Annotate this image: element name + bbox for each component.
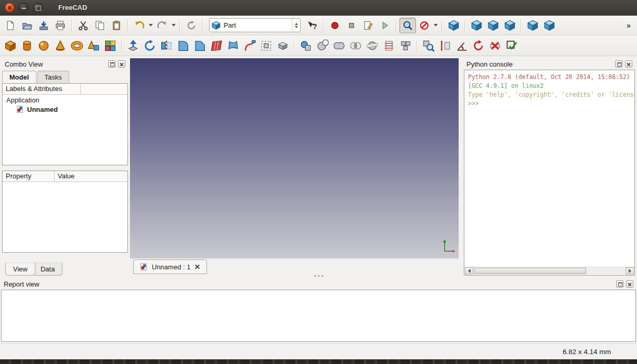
- window-title: FreeCAD: [58, 4, 87, 11]
- part-mirror-button[interactable]: [158, 38, 175, 54]
- new-document-button[interactable]: [2, 18, 19, 33]
- scrollbar-thumb[interactable]: [474, 268, 586, 274]
- horizontal-scrollbar[interactable]: [465, 267, 634, 275]
- part-section-button[interactable]: [364, 38, 381, 54]
- fit-all-button[interactable]: [399, 18, 416, 33]
- part-revolve-button[interactable]: [141, 38, 158, 54]
- print-button[interactable]: [52, 18, 69, 33]
- workbench-selector-spinner[interactable]: [292, 19, 298, 32]
- part-shapebuilder-button[interactable]: [102, 38, 119, 54]
- window-minimize-button[interactable]: [19, 3, 29, 12]
- part-measure-refresh-button[interactable]: [470, 38, 487, 54]
- title-bar[interactable]: FreeCAD: [0, 0, 637, 16]
- tab-tasks[interactable]: Tasks: [37, 71, 69, 83]
- undo-button[interactable]: [131, 18, 148, 33]
- part-torus-button[interactable]: [69, 38, 85, 54]
- report-view-splitter-handle[interactable]: [314, 275, 323, 277]
- report-view-close-button[interactable]: [626, 280, 633, 288]
- toolbar-overflow-button[interactable]: »: [625, 21, 635, 30]
- model-tree[interactable]: Labels & Attributes Application Unnamed: [2, 83, 128, 165]
- redo-dropdown-arrow[interactable]: [171, 18, 177, 33]
- paste-button[interactable]: [108, 18, 125, 33]
- tree-column-header: Labels & Attributes: [3, 84, 127, 95]
- part-box-button[interactable]: [2, 38, 19, 54]
- save-document-button[interactable]: [35, 18, 52, 33]
- part-measure-angular-button[interactable]: [453, 38, 470, 54]
- python-console-close-button[interactable]: [625, 60, 632, 68]
- redo-button[interactable]: [154, 18, 171, 33]
- scroll-left-button[interactable]: [465, 267, 473, 275]
- part-primitives-button[interactable]: [85, 38, 102, 54]
- part-union-button[interactable]: [331, 38, 347, 54]
- undo-dropdown-arrow[interactable]: [148, 18, 154, 33]
- view-right-button[interactable]: [501, 18, 518, 33]
- report-view-header[interactable]: Report view: [0, 278, 637, 290]
- console-line: Python 2.7.8 (default, Oct 20 2014, 15:0…: [468, 73, 631, 82]
- part-offset-button[interactable]: [258, 38, 275, 54]
- part-cut-button[interactable]: [314, 38, 331, 54]
- scroll-right-button[interactable]: [626, 267, 634, 275]
- part-compound-button[interactable]: [397, 38, 414, 54]
- part-common-button[interactable]: [347, 38, 364, 54]
- macro-edit-button[interactable]: [360, 18, 376, 33]
- window-maximize-button[interactable]: [33, 3, 43, 12]
- cut-button[interactable]: [75, 18, 92, 33]
- combo-view-splitter[interactable]: [1, 165, 129, 171]
- tab-data[interactable]: Data: [33, 263, 62, 276]
- part-boolean-button[interactable]: [297, 38, 314, 54]
- 3d-viewport[interactable]: Y: [130, 58, 459, 258]
- document-tab-close-icon[interactable]: [194, 264, 200, 270]
- combo-view-float-button[interactable]: [108, 60, 115, 68]
- macro-stop-button[interactable]: [343, 18, 360, 33]
- part-sweep-button[interactable]: [241, 38, 258, 54]
- tab-model[interactable]: Model: [2, 71, 36, 83]
- part-measure-toggle-button[interactable]: [503, 38, 520, 54]
- part-measure-linear-button[interactable]: [437, 38, 453, 54]
- part-ruled-surface-icon: [210, 40, 223, 52]
- tree-item-document[interactable]: Unnamed: [3, 105, 127, 114]
- part-fillet-button[interactable]: [175, 38, 191, 54]
- view-top-button[interactable]: [485, 18, 501, 33]
- combo-view-close-button[interactable]: [118, 60, 125, 68]
- part-extrude-button[interactable]: [125, 38, 141, 54]
- window-close-button[interactable]: [5, 3, 15, 12]
- draw-style-icon: [419, 20, 430, 31]
- view-front-button[interactable]: [468, 18, 485, 33]
- python-console-header[interactable]: Python console: [463, 58, 636, 70]
- property-editor[interactable]: Property Value: [2, 171, 128, 253]
- python-console-float-button[interactable]: [615, 60, 622, 68]
- part-chamfer-button[interactable]: [191, 38, 208, 54]
- view-axonometric-button[interactable]: [445, 18, 462, 33]
- tree-item-application[interactable]: Application: [3, 95, 127, 105]
- whats-this-button[interactable]: ?: [304, 18, 320, 33]
- part-cylinder-button[interactable]: [19, 38, 35, 54]
- workbench-selector[interactable]: Part: [209, 18, 301, 32]
- part-thickness-button[interactable]: [275, 38, 291, 54]
- macro-play-button[interactable]: [376, 18, 393, 33]
- document-tab[interactable]: Unnamed : 1: [133, 259, 207, 274]
- report-view-area[interactable]: [1, 290, 636, 342]
- whats-this-icon: ?: [307, 20, 317, 31]
- draw-style-button[interactable]: [416, 18, 433, 33]
- part-measure-clear-button[interactable]: [487, 38, 503, 54]
- part-cone-button[interactable]: [52, 38, 69, 54]
- open-document-button[interactable]: [19, 18, 35, 33]
- part-cross-sections-button[interactable]: [381, 38, 397, 54]
- copy-button[interactable]: [92, 18, 108, 33]
- tab-view[interactable]: View: [5, 263, 35, 276]
- draw-style-dropdown-arrow[interactable]: [433, 18, 439, 33]
- view-bottom-button[interactable]: [541, 18, 557, 33]
- macro-record-button[interactable]: [327, 18, 343, 33]
- part-ruled-surface-button[interactable]: [208, 38, 225, 54]
- report-view-float-button[interactable]: [616, 280, 623, 288]
- part-check-geometry-button[interactable]: [420, 38, 437, 54]
- part-loft-button[interactable]: [225, 38, 241, 54]
- combo-view-header[interactable]: Combo View: [1, 58, 129, 70]
- svg-text:?: ?: [313, 22, 317, 30]
- refresh-button[interactable]: [183, 18, 200, 33]
- view-rear-button[interactable]: [524, 18, 541, 33]
- part-sphere-button[interactable]: [35, 38, 52, 54]
- python-console-area[interactable]: Python 2.7.8 (default, Oct 20 2014, 15:0…: [464, 70, 635, 276]
- scrollbar-track[interactable]: [473, 267, 626, 275]
- part-extrude-icon: [127, 40, 139, 52]
